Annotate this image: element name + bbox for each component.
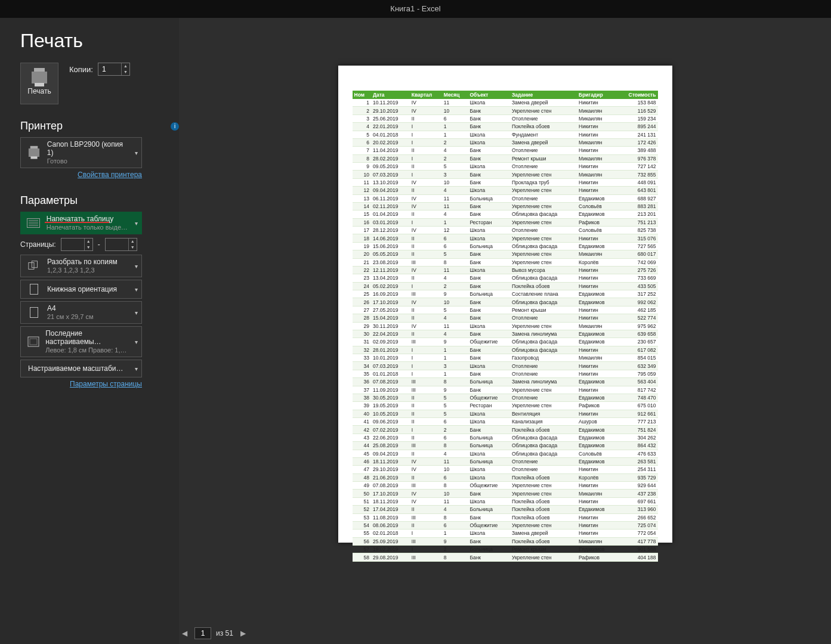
chevron-up-icon[interactable]: ▲ [121, 63, 129, 69]
page-of-label: из 51 [216, 629, 233, 637]
table-cell: 4 [442, 450, 468, 457]
table-cell: II [410, 394, 442, 401]
table-cell: 13 [353, 194, 371, 202]
table-row: 3919.05.2019II5РесторанУкрепление стенРа… [353, 402, 658, 410]
table-cell: Поклейка обоев [510, 282, 577, 290]
table-icon [26, 216, 42, 230]
table-cell: 883 281 [616, 202, 658, 210]
copies-input[interactable]: 1 ▲▼ [98, 63, 130, 76]
paper-main: A4 [47, 304, 94, 312]
next-page-button[interactable]: ▶ [238, 628, 249, 639]
print-button[interactable]: Печать [20, 63, 58, 104]
table-cell: 12 [442, 227, 468, 234]
table-cell: Школа [468, 497, 510, 505]
table-cell: 1 [442, 370, 468, 377]
table-cell: 19 [353, 242, 371, 250]
table-cell: 07.02.2019 [371, 426, 410, 434]
preview-table: НомДатаКварталМесяцОбъектЗаданиеБригадир… [353, 91, 658, 562]
table-cell: Евдакимов [577, 338, 616, 346]
orientation-select[interactable]: Книжная ориентация ▾ [20, 280, 142, 299]
table-row: 3407.03.2019I3ШколаОтоплениеНикитин632 3… [353, 362, 658, 370]
collate-select[interactable]: Разобрать по копиям 1,2,3 1,2,3 1,2,3 ▾ [20, 255, 142, 277]
table-cell: 10 [442, 298, 468, 306]
table-cell: Общежитие [468, 394, 510, 401]
table-cell: Банк [468, 258, 510, 266]
table-row: 2815.04.2019II4БанкОтоплениеНикитин522 7… [353, 314, 658, 322]
table-cell: 11 [442, 266, 468, 274]
table-cell: 4 [442, 314, 468, 322]
table-cell: 1 [442, 530, 468, 537]
table-cell: Облицовка фасада [510, 298, 577, 306]
table-cell: 895 244 [616, 123, 658, 131]
table-cell: 727 142 [616, 163, 658, 171]
table-row: 2212.11.2019IV11ШколаВывоз мусораНикитин… [353, 266, 658, 274]
table-cell: Укрепление стен [510, 171, 577, 178]
table-cell: 18.11.2019 [371, 497, 410, 505]
table-row: 2123.08.2019III8БанкУкрепление стенКорол… [353, 258, 658, 266]
table-cell: 22 [353, 266, 371, 274]
table-cell: IV [410, 322, 442, 330]
table-cell: 448 091 [616, 178, 658, 186]
table-cell: 54 [353, 521, 371, 529]
table-cell: 55 [353, 530, 371, 537]
table-cell: Больница [468, 434, 510, 441]
pages-from-input[interactable]: ▲▼ [61, 238, 93, 251]
table-cell: 9 [442, 537, 468, 545]
table-cell: Больница [468, 378, 510, 386]
table-cell: 159 234 [616, 114, 658, 122]
chevron-down-icon[interactable]: ▼ [121, 69, 129, 75]
table-cell: Евдакимов [577, 242, 616, 250]
page-setup-link[interactable]: Параметры страницы [20, 380, 142, 388]
table-cell: Соловьёв [577, 450, 616, 457]
table-cell: Укрепление стен [510, 386, 577, 394]
collate-icon [26, 259, 42, 273]
pages-to-input[interactable]: ▲▼ [105, 238, 137, 251]
info-icon[interactable]: i [171, 122, 179, 131]
printer-icon [32, 72, 47, 83]
table-cell: 254 311 [616, 466, 658, 473]
table-cell: 07.03.2019 [371, 171, 410, 178]
table-cell: 8 [442, 442, 468, 450]
prev-page-button[interactable]: ◀ [179, 628, 190, 639]
printer-select[interactable]: Canon LBP2900 (копия 1) Готово ▾ [20, 137, 142, 168]
table-cell: 15 [353, 210, 371, 218]
margins-select[interactable]: Последние настраиваемы… Левое: 1,8 см Пр… [20, 326, 142, 357]
table-cell: 25 [353, 290, 371, 298]
scaling-select[interactable]: Настраиваемое масштаби… ▾ [20, 360, 142, 377]
table-row: 3022.04.2019II4БанкЗамена линолиумаЕвдак… [353, 330, 658, 338]
svg-rect-3 [30, 339, 37, 345]
table-cell: 404 188 [616, 553, 658, 561]
table-cell: Школа [468, 362, 510, 370]
table-cell: 462 185 [616, 306, 658, 314]
margins-icon [26, 335, 41, 348]
table-cell: 4 [442, 187, 468, 194]
table-cell: Никитин [577, 123, 616, 131]
printer-properties-link[interactable]: Свойства принтера [20, 171, 142, 179]
table-cell: II [410, 114, 442, 122]
table-cell: 38 [353, 394, 371, 401]
table-cell: 854 015 [616, 354, 658, 362]
table-cell: 48 [353, 473, 371, 481]
table-cell: Отопление [510, 370, 577, 377]
table-row: 3830.05.2019II5ОбщежитиеОтоплениеЕвдаким… [353, 394, 658, 401]
table-cell: 11 [442, 322, 468, 330]
table-row: 2930.11.2019IV11ШколаУкрепление стенМика… [353, 322, 658, 330]
table-cell: Замена дверей [510, 530, 577, 537]
copies-label: Копии: [69, 65, 93, 74]
table-cell: 817 742 [616, 386, 658, 394]
print-what-select[interactable]: Напечатать таблицу Напечатать только выд… [20, 212, 142, 234]
table-cell: Евдакимов [577, 290, 616, 298]
table-row: 3501.01.2018I1БанкОтоплениеНикитин795 05… [353, 370, 658, 377]
table-cell: 976 378 [616, 154, 658, 162]
table-cell: 40 [353, 410, 371, 417]
table-cell: 9 [442, 338, 468, 346]
table-cell: 5 [442, 394, 468, 401]
paper-select[interactable]: A4 21 см x 29,7 см ▾ [20, 301, 142, 324]
page-number-input[interactable] [194, 627, 211, 639]
table-row: 3607.08.2019III8БольницаЗамена линолиума… [353, 378, 658, 386]
table-cell: I [410, 218, 442, 226]
table-cell: 4 [442, 210, 468, 218]
table-cell: Облицовка фасада [510, 434, 577, 441]
table-cell: 8 [353, 154, 371, 162]
table-cell: 02.09.2019 [371, 338, 410, 346]
